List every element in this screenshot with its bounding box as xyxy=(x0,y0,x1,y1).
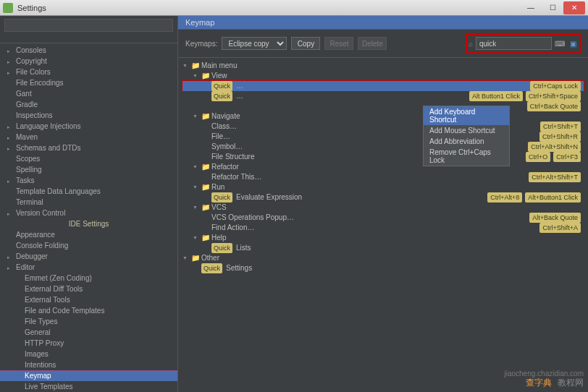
action-row[interactable]: Quick…Ctrl+Caps Lock xyxy=(182,81,584,91)
sidebar-item[interactable]: Inspections xyxy=(0,110,177,121)
sidebar-item-general[interactable]: General xyxy=(0,327,177,338)
action-row[interactable]: ▼📁VCS xyxy=(182,203,584,213)
action-label: Navigate xyxy=(211,111,240,122)
sidebar-item[interactable]: ▸Copyright xyxy=(0,56,177,67)
folder-icon: 📁 xyxy=(191,61,200,71)
action-row[interactable]: Ctrl+Back Quote xyxy=(182,101,584,111)
context-menu-item[interactable]: Remove Ctrl+Caps Lock xyxy=(424,147,509,166)
app-icon xyxy=(3,3,13,13)
expand-arrow-icon: ▼ xyxy=(193,203,200,213)
folder-icon: 📁 xyxy=(201,182,210,192)
sidebar-item[interactable]: ▸Consoles xyxy=(0,45,177,56)
action-label: Refactor xyxy=(211,162,239,172)
folder-icon: 📁 xyxy=(201,111,210,122)
action-row[interactable]: ▼📁Refactor xyxy=(182,162,584,172)
sidebar-item[interactable]: Template Data Languages xyxy=(0,186,177,197)
settings-tree[interactable]: ▸Consoles▸Copyright▸File ColorsFile Enco… xyxy=(0,43,177,392)
sidebar-item[interactable]: ▸Maven xyxy=(0,132,177,142)
action-row[interactable]: QuickSettings xyxy=(182,263,584,273)
action-label: Run xyxy=(211,182,224,192)
settings-sidebar: ⌕ ▸Consoles▸Copyright▸File ColorsFile En… xyxy=(0,16,178,392)
context-menu-item[interactable]: Add Mouse Shortcut xyxy=(424,125,509,136)
sidebar-item[interactable]: ▸File Colors xyxy=(0,67,177,77)
sidebar-item-appearance[interactable]: Appearance xyxy=(0,229,177,240)
keymap-search-group: ⌕ ⌨ ▣ xyxy=(466,34,581,53)
folder-icon: 📁 xyxy=(201,233,210,243)
sidebar-item[interactable]: Spelling xyxy=(0,164,177,175)
sidebar-item[interactable]: Gant xyxy=(0,88,177,99)
minimize-button[interactable]: — xyxy=(520,1,542,14)
sidebar-item-console-folding[interactable]: Console Folding xyxy=(0,240,177,251)
action-row[interactable]: ▼📁View xyxy=(182,71,584,81)
context-menu-item[interactable]: Add Keyboard Shortcut xyxy=(424,106,509,125)
sidebar-item[interactable]: Terminal xyxy=(0,197,177,208)
expand-arrow-icon: ▼ xyxy=(193,71,200,81)
expand-arrow-icon: ▼ xyxy=(193,182,200,192)
action-row[interactable]: Find Action…Ctrl+Shift+A xyxy=(182,223,584,233)
sidebar-item[interactable]: ▸Tasks xyxy=(0,175,177,186)
action-row[interactable]: ▼📁Help xyxy=(182,233,584,243)
shortcut-badge: Ctrl+Shift+A xyxy=(539,223,581,233)
find-by-shortcut-icon[interactable]: ⌨ xyxy=(555,38,565,48)
sidebar-item-live-templates[interactable]: Live Templates xyxy=(0,381,177,392)
action-label: Evaluate Expression xyxy=(236,192,302,203)
context-menu-item[interactable]: Add Abbreviation xyxy=(424,136,509,147)
sidebar-item[interactable]: ▸Schemas and DTDs xyxy=(0,142,177,153)
keymap-toolbar: Keymaps: Eclipse copy Copy Reset Delete … xyxy=(178,30,588,58)
shortcut-badge: Alt+Back Quote xyxy=(529,213,581,223)
action-row[interactable]: QuickEvaluate ExpressionCtrl+Alt+8Alt+Bu… xyxy=(182,192,584,203)
action-row[interactable]: File StructureCtrl+OCtrl+F3 xyxy=(182,152,584,162)
sidebar-item-external-tools[interactable]: External Tools xyxy=(0,294,177,305)
collapse-all-icon[interactable]: ▣ xyxy=(568,38,578,48)
sidebar-item[interactable]: Gradle xyxy=(0,99,177,110)
settings-search-input[interactable] xyxy=(4,19,173,32)
sidebar-item[interactable]: Scopes xyxy=(0,153,177,164)
folder-icon: 📁 xyxy=(201,203,210,213)
sidebar-item[interactable]: ▸Language Injections xyxy=(0,121,177,132)
sidebar-item-external-diff-tools[interactable]: External Diff Tools xyxy=(0,284,177,294)
action-row[interactable]: VCS Operations Popup…Alt+Back Quote xyxy=(182,213,584,223)
reset-button[interactable]: Reset xyxy=(324,37,353,50)
sidebar-item-file-and-code-templates[interactable]: File and Code Templates xyxy=(0,305,177,316)
action-row[interactable]: Symbol…Ctrl+Alt+Shift+N xyxy=(182,142,584,152)
action-row[interactable]: ▼📁Other xyxy=(182,253,584,263)
context-menu: Add Keyboard ShortcutAdd Mouse ShortcutA… xyxy=(423,106,510,166)
sidebar-item[interactable]: ▸Version Control xyxy=(0,208,177,218)
keymap-search-input[interactable] xyxy=(476,37,552,50)
sidebar-item-images[interactable]: Images xyxy=(0,349,177,359)
action-row[interactable]: ▼📁Run xyxy=(182,182,584,192)
action-row[interactable]: Refactor This…Ctrl+Alt+Shift+T xyxy=(182,172,584,182)
action-row[interactable]: Quick…Alt Button1 ClickCtrl+Shift+Space xyxy=(182,91,584,101)
keymap-scheme-select[interactable]: Eclipse copy xyxy=(222,37,287,50)
action-label: View xyxy=(211,71,227,81)
sidebar-item-http-proxy[interactable]: HTTP Proxy xyxy=(0,338,177,349)
action-row[interactable]: ▼📁Main menu xyxy=(182,61,584,71)
close-button[interactable]: ✕ xyxy=(563,1,585,14)
action-row[interactable]: ▼📁Navigate xyxy=(182,111,584,122)
sidebar-item[interactable]: File Encodings xyxy=(0,77,177,88)
expand-arrow-icon: ▸ xyxy=(7,176,10,186)
folder-icon: 📁 xyxy=(191,253,200,263)
delete-button[interactable]: Delete xyxy=(358,37,387,50)
sidebar-item-file-types[interactable]: File Types xyxy=(0,316,177,327)
sidebar-item-editor[interactable]: ▸Editor xyxy=(0,262,177,273)
sidebar-item-emmet-zen-coding-[interactable]: Emmet (Zen Coding) xyxy=(0,273,177,284)
action-label: File… xyxy=(211,132,230,142)
sidebar-item-debugger[interactable]: ▸Debugger xyxy=(0,251,177,262)
expand-arrow-icon: ▼ xyxy=(193,233,200,243)
sidebar-item-intentions[interactable]: Intentions xyxy=(0,359,177,370)
action-label: Settings xyxy=(226,263,252,273)
maximize-button[interactable]: ☐ xyxy=(542,1,563,14)
action-label: Lists xyxy=(236,243,251,253)
keymap-actions-tree[interactable]: ▼📁Main menu▼📁ViewQuick…Ctrl+Caps LockQui… xyxy=(178,58,588,392)
action-row[interactable]: QuickLists xyxy=(182,243,584,253)
action-row[interactable]: Class…Ctrl+Shift+T xyxy=(182,122,584,132)
search-icon: ⌕ xyxy=(469,40,473,48)
action-label: Find Action… xyxy=(211,223,254,233)
expand-arrow-icon: ▸ xyxy=(7,209,10,218)
match-badge: Quick xyxy=(211,243,232,253)
shortcut-badge: Alt Button1 Click xyxy=(469,91,523,101)
copy-button[interactable]: Copy xyxy=(291,37,320,50)
action-row[interactable]: File…Ctrl+Shift+R xyxy=(182,132,584,142)
sidebar-item-keymap[interactable]: Keymap xyxy=(0,370,177,381)
